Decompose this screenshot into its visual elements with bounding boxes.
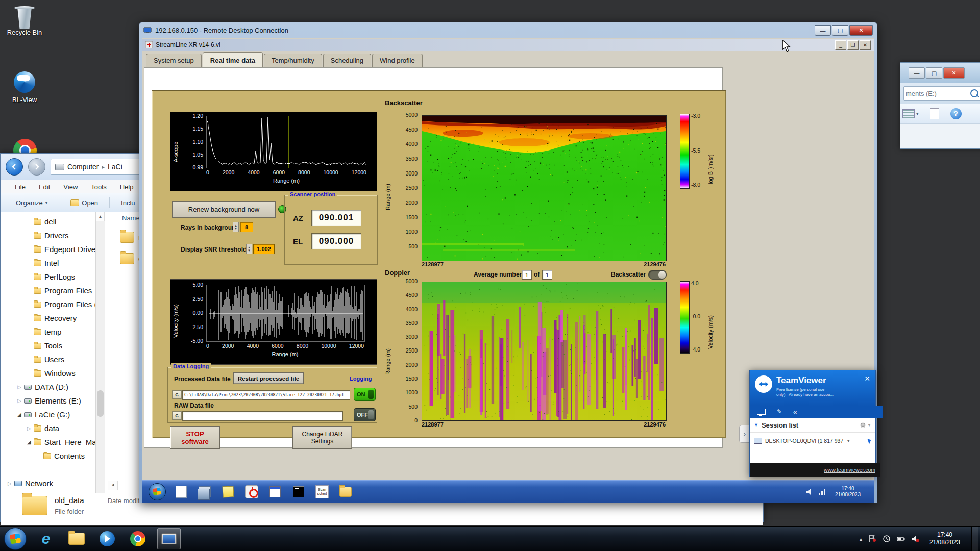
tab[interactable]: Wind profile — [372, 54, 423, 67]
scrollbar-thumb[interactable] — [97, 390, 104, 417]
close-button[interactable]: ✕ — [943, 67, 965, 79]
tree-item[interactable]: Drivers — [1, 229, 95, 242]
sticky-note-icon[interactable] — [220, 485, 236, 499]
breadcrumb-computer[interactable]: Computer — [67, 163, 99, 171]
snr-spinner[interactable]: ▲▼ — [246, 244, 252, 254]
rays-spinner[interactable]: ▲▼ — [233, 222, 239, 232]
clock-tray-icon[interactable] — [883, 535, 891, 543]
az-field[interactable]: 090.001 — [311, 210, 361, 226]
power-icon[interactable] — [243, 485, 260, 499]
pencil-icon[interactable]: ✎ — [777, 408, 782, 415]
maximize-button[interactable]: ▢ — [832, 25, 848, 36]
scroll-up-icon[interactable]: ▲ — [96, 212, 105, 221]
expander-icon[interactable] — [27, 439, 34, 445]
preview-pane-icon[interactable] — [930, 108, 939, 119]
file-explorer-icon[interactable] — [65, 529, 88, 549]
breadcrumb-lacie[interactable]: LaCi — [108, 163, 122, 171]
media-player-icon[interactable] — [96, 529, 118, 549]
close-button[interactable]: ✕ — [849, 25, 873, 36]
tree-item[interactable]: PerfLogs — [1, 270, 95, 284]
session-list-row[interactable]: ▼ Session list ▼ — [750, 418, 875, 433]
restore-button[interactable]: ❐ — [847, 40, 859, 50]
tab[interactable]: Real time data — [203, 52, 263, 67]
tray-expand-icon[interactable]: ▴ — [860, 536, 862, 542]
tree-item[interactable]: Program Files (x — [1, 297, 95, 311]
restart-processed-button[interactable]: Restart processed file — [233, 372, 304, 384]
window-titlebar[interactable]: — ▢ ✕ — [900, 63, 980, 83]
tree-item[interactable]: Edgeport Driver — [1, 242, 95, 256]
tab[interactable]: Temp/humidity — [264, 54, 322, 67]
action-center-flag-icon[interactable] — [868, 535, 876, 543]
organize-button[interactable]: Organize▾ — [12, 197, 52, 209]
tree-item[interactable]: temp — [1, 325, 95, 339]
renew-background-button[interactable]: Renew background now — [172, 201, 276, 218]
el-field[interactable]: 090.000 — [311, 233, 361, 249]
forward-button[interactable] — [28, 158, 45, 176]
computers-list-icon[interactable] — [757, 409, 766, 415]
teamviewer-collapse-tab[interactable]: › — [739, 425, 750, 443]
drive-select-button[interactable]: C — [172, 390, 182, 399]
battery-icon[interactable] — [897, 535, 905, 543]
tree-item[interactable]: Users — [1, 353, 95, 366]
menu-item[interactable]: Help — [120, 183, 134, 191]
desktop-icon-bl-view[interactable]: BL-View — [0, 71, 49, 104]
minimize-button[interactable]: — — [815, 25, 831, 36]
raw-path-field[interactable] — [182, 411, 343, 421]
folder-icon[interactable] — [337, 485, 354, 499]
show-desktop-button[interactable] — [971, 527, 978, 551]
rays-value-field[interactable]: 8 — [240, 222, 253, 232]
change-view-button[interactable]: ▾ — [902, 109, 919, 118]
notepad-icon[interactable] — [173, 485, 189, 499]
tree-item[interactable]: Intel — [1, 256, 95, 270]
minimize-button[interactable]: _ — [835, 40, 846, 50]
scroll-left-icon[interactable]: ◄ — [108, 481, 118, 490]
doppler-heatmap[interactable] — [422, 282, 667, 421]
remote-volume-icon[interactable] — [805, 488, 814, 496]
remote-start-button[interactable] — [149, 483, 166, 500]
close-button[interactable]: ✕ — [860, 40, 871, 50]
desktop-icon-recycle-bin[interactable]: Recycle Bin — [0, 6, 49, 36]
expander-icon[interactable] — [17, 398, 24, 404]
raw-logging-toggle[interactable]: OFF — [354, 408, 376, 421]
session-entry[interactable]: DESKTOP-OE0QDVI (1 817 937 ▼ — [750, 433, 875, 449]
tree-item[interactable]: DATA (D:) — [1, 380, 95, 394]
tree-item[interactable]: Elements (E:) — [1, 394, 95, 408]
menu-item[interactable]: File — [15, 183, 26, 191]
close-icon[interactable]: ✕ — [864, 374, 870, 383]
tree-item[interactable]: Program Files — [1, 284, 95, 297]
rdp-titlebar[interactable]: 192.168.0.150 - Remote Desktop Connectio… — [139, 22, 877, 38]
include-button[interactable]: Inclu — [117, 197, 139, 209]
collapse-icon[interactable]: « — [793, 408, 797, 416]
console-icon[interactable] — [290, 485, 307, 499]
remote-clock[interactable]: 17:40 21/08/2023 — [835, 486, 861, 498]
app-titlebar[interactable]: StreamLine XR v14-6.vi _ ❐ ✕ — [142, 39, 874, 51]
tree-item[interactable]: Recovery — [1, 311, 95, 325]
expander-icon[interactable] — [17, 412, 24, 417]
tree-item[interactable]: Start_Here_Mac. — [1, 435, 95, 449]
drive-select-button[interactable]: C — [172, 411, 182, 420]
minimize-button[interactable]: — — [909, 67, 925, 79]
tab[interactable]: System setup — [146, 54, 202, 67]
volume-icon[interactable] — [911, 535, 919, 543]
tree-item[interactable]: Windows — [1, 366, 95, 380]
scan-scheduler-icon[interactable]: Scansched — [314, 485, 330, 499]
start-button[interactable] — [4, 528, 27, 550]
tree-item[interactable]: dell — [1, 215, 95, 229]
maximize-button[interactable]: ▢ — [926, 67, 942, 79]
tree-item[interactable]: Tools — [1, 339, 95, 353]
tree-item[interactable]: Contents — [1, 449, 95, 463]
chrome-icon[interactable] — [127, 529, 149, 549]
tree-scrollbar[interactable]: ▲ — [95, 212, 105, 493]
snr-value-field[interactable]: 1.002 — [253, 244, 275, 254]
help-button[interactable]: ? — [950, 108, 962, 119]
rdp-taskbar-button[interactable] — [157, 528, 181, 549]
expander-icon[interactable] — [8, 481, 14, 486]
processed-path-field[interactable]: C:\LiDAR\Data\Proc\2023\202308\20230821\… — [182, 390, 350, 400]
teamviewer-link[interactable]: www.teamviewer.com — [824, 467, 875, 473]
internet-explorer-icon[interactable]: e — [35, 529, 57, 549]
back-button[interactable] — [6, 158, 23, 176]
xp-window-icon[interactable] — [267, 485, 283, 499]
expander-icon[interactable] — [27, 425, 34, 431]
tree-item[interactable]: LaCie (G:) — [1, 408, 95, 421]
menu-item[interactable]: View — [63, 183, 78, 191]
